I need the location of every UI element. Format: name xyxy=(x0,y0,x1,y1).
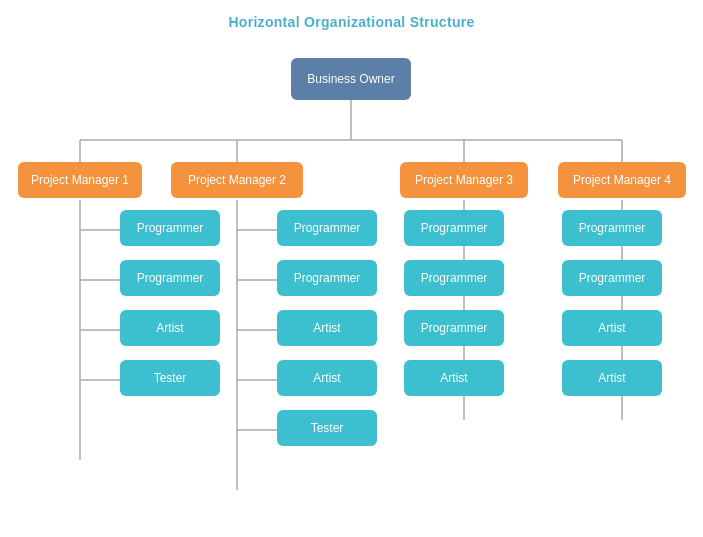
pm4-child-1: Programmer xyxy=(562,210,662,246)
pm1-child-3: Artist xyxy=(120,310,220,346)
pm1-child-1: Programmer xyxy=(120,210,220,246)
pm4-child-3: Artist xyxy=(562,310,662,346)
org-chart-canvas: Horizontal Organizational Structure xyxy=(0,0,703,537)
pm1-child-4: Tester xyxy=(120,360,220,396)
pm3-child-3: Programmer xyxy=(404,310,504,346)
pm3-child-2: Programmer xyxy=(404,260,504,296)
node-business-owner: Business Owner xyxy=(291,58,411,100)
pm2-child-4: Artist xyxy=(277,360,377,396)
chart-title: Horizontal Organizational Structure xyxy=(0,0,703,30)
pm4-child-4: Artist xyxy=(562,360,662,396)
pm3-child-4: Artist xyxy=(404,360,504,396)
pm4-child-2: Programmer xyxy=(562,260,662,296)
pm2-child-5: Tester xyxy=(277,410,377,446)
pm2-child-2: Programmer xyxy=(277,260,377,296)
pm2-child-1: Programmer xyxy=(277,210,377,246)
pm2-child-3: Artist xyxy=(277,310,377,346)
node-pm4: Project Manager 4 xyxy=(558,162,686,198)
pm1-child-2: Programmer xyxy=(120,260,220,296)
node-pm1: Project Manager 1 xyxy=(18,162,142,198)
node-pm3: Project Manager 3 xyxy=(400,162,528,198)
pm3-child-1: Programmer xyxy=(404,210,504,246)
node-pm2: Project Manager 2 xyxy=(171,162,303,198)
